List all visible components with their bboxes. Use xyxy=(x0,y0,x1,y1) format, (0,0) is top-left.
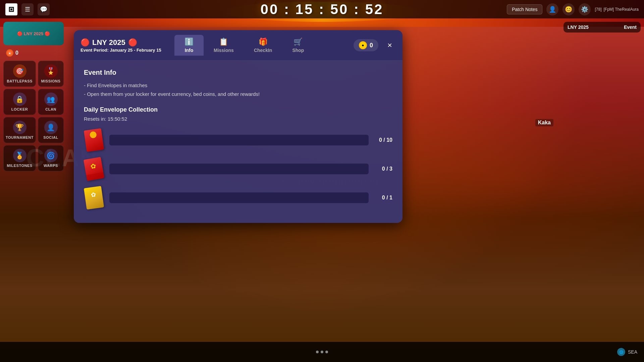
event-emoji-left: 🔴 xyxy=(80,38,90,47)
sidebar-item-battlepass[interactable]: 🎯 BATTLEPASS xyxy=(3,61,36,87)
close-button[interactable]: × xyxy=(384,39,396,51)
modal-coin-count: 0 xyxy=(370,42,373,49)
envelope-row-1: 0 / 10 xyxy=(84,128,392,152)
top-bar-center: 00 : 15 : 50 : 52 xyxy=(261,1,384,17)
tournament-label: TOURNAMENT xyxy=(6,135,34,139)
dot-3 xyxy=(325,351,328,353)
modal-tabs: ℹ️ Info 📋 Missions 🎁 CheckIn 🛒 Shop xyxy=(174,35,354,56)
envelope-row-2: 0 / 3 xyxy=(84,157,392,181)
missions-tab-icon: 📋 xyxy=(219,38,228,46)
progress-container-1: 0 / 10 xyxy=(109,135,392,145)
event-title: 🔴 LNY 2025 🔴 xyxy=(80,38,168,47)
modal-coin-icon: ● xyxy=(359,41,367,49)
missions-label: MISSIONS xyxy=(41,79,61,83)
svg-rect-2 xyxy=(10,8,12,10)
modal-coins: ● 0 xyxy=(354,39,378,51)
progress-text-1: 0 / 10 xyxy=(374,137,392,143)
event-info-title: Event Info xyxy=(84,69,392,76)
battlepass-icon: 🎯 xyxy=(13,64,26,78)
username: [FpM] TheRealAura xyxy=(604,7,639,12)
progress-text-3: 0 / 1 xyxy=(374,195,392,201)
collection-title: Daily Envelope Collection xyxy=(84,106,392,113)
tab-missions[interactable]: 📋 Missions xyxy=(204,35,244,56)
social-label: SOCIAL xyxy=(43,135,58,139)
lny-banner-text: 🔴 LNY 2025 🔴 xyxy=(17,31,50,36)
dot-2 xyxy=(321,351,323,353)
lny-badge-title: LNY 2025 xyxy=(568,24,589,30)
shop-tab-icon: 🛒 xyxy=(293,38,303,46)
event-info-line-2: - Open them from your locker for event c… xyxy=(84,90,392,99)
sidebar-item-social[interactable]: 👤 SOCIAL xyxy=(38,117,64,143)
progress-container-3: 0 / 1 xyxy=(109,192,392,203)
bottom-bar: 🌐 SEA xyxy=(0,342,644,362)
tab-info[interactable]: ℹ️ Info xyxy=(174,35,204,56)
emoji-button[interactable]: 😊 xyxy=(562,3,575,15)
event-period-dates: January 25 - February 15 xyxy=(110,48,161,53)
modal-header: 🔴 LNY 2025 🔴 Event Period: January 25 - … xyxy=(74,30,402,61)
user-level: [78] xyxy=(595,7,601,12)
lny-banner[interactable]: 🔴 LNY 2025 🔴 xyxy=(3,22,64,45)
envelope-row-3: 0 / 1 xyxy=(84,186,392,209)
info-tab-icon: ℹ️ xyxy=(184,38,194,46)
red-envelope-symbols-icon xyxy=(84,157,104,181)
progress-text-2: 0 / 3 xyxy=(374,166,392,172)
progress-bar-bg-2 xyxy=(109,164,369,174)
resets-label: Resets in: xyxy=(84,116,106,122)
locker-icon: 🔒 xyxy=(13,93,26,106)
sidebar-item-tournament[interactable]: 🏆 TOURNAMENT xyxy=(3,117,36,143)
game-timer: 00 : 15 : 50 : 52 xyxy=(261,1,384,17)
patch-notes-button[interactable]: Patch Notes xyxy=(507,4,542,14)
tab-checkin[interactable]: 🎁 CheckIn xyxy=(244,35,282,56)
profile-button[interactable]: 👤 xyxy=(546,3,558,15)
red-envelope-basic-icon xyxy=(84,128,104,152)
right-panel: LNY 2025 Event xyxy=(560,18,644,39)
sidebar-item-locker[interactable]: 🔒 LOCKER xyxy=(3,89,36,115)
event-emoji-right: 🔴 xyxy=(128,38,137,47)
checkin-tab-icon: 🎁 xyxy=(259,38,268,46)
progress-bar-bg-3 xyxy=(109,192,369,203)
progress-bar-bg-1 xyxy=(109,135,369,145)
tournament-icon: 🏆 xyxy=(13,121,26,134)
event-period: Event Period: January 25 - February 15 xyxy=(80,48,168,53)
resets-text: Resets in: 15:50:52 xyxy=(84,116,392,122)
event-info-text: - Find Envelopes in matches - Open them … xyxy=(84,81,392,98)
settings-button[interactable]: ⚙️ xyxy=(579,3,591,15)
player-name-overlay: Kaka xyxy=(535,119,553,126)
warps-icon: 🌀 xyxy=(44,149,58,162)
sidebar-item-missions[interactable]: 🎖️ MISSIONS xyxy=(38,61,64,87)
shop-tab-label: Shop xyxy=(292,48,304,53)
region-label: SEA xyxy=(628,349,637,355)
modal-body: Event Info - Find Envelopes in matches -… xyxy=(74,61,402,223)
tab-shop[interactable]: 🛒 Shop xyxy=(282,35,314,56)
missions-tab-label: Missions xyxy=(214,48,234,53)
chat-button[interactable]: 💬 xyxy=(38,3,50,15)
sidebar-item-warps[interactable]: 🌀 WARPS xyxy=(38,145,64,171)
clan-icon: 👥 xyxy=(44,93,58,106)
gold-envelope-icon xyxy=(84,186,104,210)
milestones-icon: 🏅 xyxy=(13,149,26,162)
sidebar-item-milestones[interactable]: 🏅 MILESTONES xyxy=(3,145,36,171)
roblox-logo xyxy=(5,3,17,15)
clan-label: CLAN xyxy=(45,107,56,111)
event-title-text: LNY 2025 xyxy=(92,38,125,47)
resets-time: 15:50:52 xyxy=(108,116,127,122)
envelope-red-symbols xyxy=(84,157,104,181)
event-modal: 🔴 LNY 2025 🔴 Event Period: January 25 - … xyxy=(74,30,402,223)
locker-label: LOCKER xyxy=(11,107,28,111)
info-tab-label: Info xyxy=(185,48,194,53)
social-icon: 👤 xyxy=(44,121,58,134)
battlepass-label: BATTLEPASS xyxy=(7,79,33,83)
region-icon: 🌐 xyxy=(617,348,625,356)
event-title-area: 🔴 LNY 2025 🔴 Event Period: January 25 - … xyxy=(80,38,168,53)
event-info-line-1: - Find Envelopes in matches xyxy=(84,81,392,90)
user-info: [78] [FpM] TheRealAura xyxy=(595,7,639,12)
bottom-right: 🌐 SEA xyxy=(617,348,637,356)
top-bar-right: Patch Notes 👤 😊 ⚙️ [78] [FpM] TheRealAur… xyxy=(507,3,639,15)
sidebar-item-clan[interactable]: 👥 CLAN xyxy=(38,89,64,115)
coins-display: ● 0 xyxy=(3,48,64,58)
top-bar: ☰ 💬 00 : 15 : 50 : 52 Patch Notes 👤 😊 ⚙️… xyxy=(0,0,644,18)
hamburger-button[interactable]: ☰ xyxy=(21,3,34,15)
checkin-tab-label: CheckIn xyxy=(254,48,272,53)
sidebar-grid: 🎯 BATTLEPASS 🎖️ MISSIONS 🔒 LOCKER 👥 CLAN… xyxy=(3,61,64,171)
top-bar-left: ☰ 💬 xyxy=(5,3,50,15)
